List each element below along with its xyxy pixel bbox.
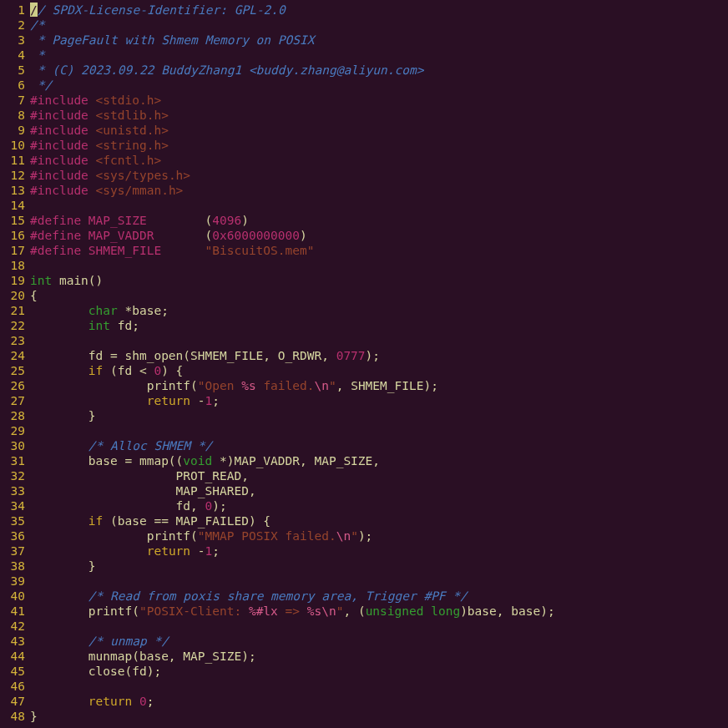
code-line[interactable]: 18 <box>0 258 728 273</box>
code-text[interactable]: /* Alloc SHMEM */ <box>30 438 728 453</box>
code-text[interactable]: #include <unistd.h> <box>30 123 728 138</box>
code-text[interactable]: #include <sys/mman.h> <box>30 183 728 198</box>
code-line[interactable]: 31 base = mmap((void *)MAP_VADDR, MAP_SI… <box>0 453 728 468</box>
code-text[interactable]: */ <box>30 78 728 93</box>
code-text[interactable]: int fd; <box>30 318 728 333</box>
code-text[interactable] <box>30 198 728 213</box>
code-line[interactable]: 43 /* unmap */ <box>0 634 728 649</box>
code-text[interactable] <box>30 679 728 694</box>
code-text[interactable]: char *base; <box>30 303 728 318</box>
code-line[interactable]: 48} <box>0 709 728 724</box>
code-line[interactable]: 23 <box>0 333 728 348</box>
code-text[interactable]: /* unmap */ <box>30 634 728 649</box>
code-text[interactable]: #include <sys/types.h> <box>30 168 728 183</box>
code-line[interactable]: 11#include <fcntl.h> <box>0 153 728 168</box>
code-text[interactable]: #define MAP_VADDR (0x6000000000) <box>30 228 728 243</box>
line-number: 23 <box>0 333 30 348</box>
code-text[interactable]: } <box>30 408 728 423</box>
code-line[interactable]: 39 <box>0 574 728 589</box>
code-line[interactable]: 5 * (C) 2023.09.22 BuddyZhang1 <buddy.zh… <box>0 63 728 78</box>
code-line[interactable]: 17#define SHMEM_FILE "BiscuitOS.mem" <box>0 243 728 258</box>
code-line[interactable]: 30 /* Alloc SHMEM */ <box>0 438 728 453</box>
code-line[interactable]: 7#include <stdio.h> <box>0 93 728 108</box>
code-line[interactable]: 2/* <box>0 18 728 33</box>
code-text[interactable]: #define SHMEM_FILE "BiscuitOS.mem" <box>30 243 728 258</box>
code-line[interactable]: 9#include <unistd.h> <box>0 123 728 138</box>
code-line[interactable]: 28 } <box>0 408 728 423</box>
code-text[interactable]: * PageFault with Shmem Memory on POSIX <box>30 33 728 48</box>
code-text[interactable]: fd, 0); <box>30 498 728 513</box>
code-line[interactable]: 34 fd, 0); <box>0 498 728 513</box>
code-text[interactable]: if (base == MAP_FAILED) { <box>30 513 728 528</box>
code-line[interactable]: 29 <box>0 423 728 438</box>
code-line[interactable]: 22 int fd; <box>0 318 728 333</box>
code-text[interactable]: // SPDX-License-Identifier: GPL-2.0 <box>30 3 728 18</box>
code-line[interactable]: 1// SPDX-License-Identifier: GPL-2.0 <box>0 3 728 18</box>
code-text[interactable]: int main() <box>30 273 728 288</box>
code-text[interactable]: * (C) 2023.09.22 BuddyZhang1 <buddy.zhan… <box>30 63 728 78</box>
code-text[interactable]: #include <fcntl.h> <box>30 153 728 168</box>
code-text[interactable]: #include <stdio.h> <box>30 93 728 108</box>
code-text[interactable]: return 0; <box>30 694 728 709</box>
code-line[interactable]: 45 close(fd); <box>0 664 728 679</box>
code-text[interactable]: #define MAP_SIZE (4096) <box>30 213 728 228</box>
code-line[interactable]: 24 fd = shm_open(SHMEM_FILE, O_RDWR, 077… <box>0 348 728 363</box>
code-line[interactable]: 13#include <sys/mman.h> <box>0 183 728 198</box>
token-plain: ; <box>212 544 220 558</box>
code-line[interactable]: 8#include <stdlib.h> <box>0 108 728 123</box>
code-text[interactable]: PROT_READ, <box>30 468 728 483</box>
code-line[interactable]: 38 } <box>0 559 728 574</box>
code-text[interactable] <box>30 619 728 634</box>
code-text[interactable]: } <box>30 709 728 724</box>
code-line[interactable]: 40 /* Read from poxis share memory area,… <box>0 589 728 604</box>
code-text[interactable]: printf("MMAP POSIX failed.\n"); <box>30 528 728 543</box>
code-line[interactable]: 44 munmap(base, MAP_SIZE); <box>0 649 728 664</box>
code-text[interactable]: } <box>30 559 728 574</box>
code-text[interactable]: MAP_SHARED, <box>30 483 728 498</box>
code-text[interactable] <box>30 258 728 273</box>
code-line[interactable]: 36 printf("MMAP POSIX failed.\n"); <box>0 528 728 543</box>
code-text[interactable]: close(fd); <box>30 664 728 679</box>
code-text[interactable] <box>30 333 728 348</box>
code-text[interactable]: #include <stdlib.h> <box>30 108 728 123</box>
code-text[interactable]: base = mmap((void *)MAP_VADDR, MAP_SIZE, <box>30 453 728 468</box>
code-text[interactable] <box>30 574 728 589</box>
code-text[interactable]: return -1; <box>30 393 728 408</box>
code-text[interactable]: { <box>30 288 728 303</box>
code-line[interactable]: 42 <box>0 619 728 634</box>
code-line[interactable]: 46 <box>0 679 728 694</box>
code-text[interactable] <box>30 423 728 438</box>
code-text[interactable]: munmap(base, MAP_SIZE); <box>30 649 728 664</box>
code-line[interactable]: 35 if (base == MAP_FAILED) { <box>0 513 728 528</box>
code-line[interactable]: 33 MAP_SHARED, <box>0 483 728 498</box>
code-text[interactable]: if (fd < 0) { <box>30 363 728 378</box>
code-text[interactable]: /* Read from poxis share memory area, Tr… <box>30 589 728 604</box>
code-line[interactable]: 27 return -1; <box>0 393 728 408</box>
code-text[interactable]: fd = shm_open(SHMEM_FILE, O_RDWR, 0777); <box>30 348 728 363</box>
code-line[interactable]: 32 PROT_READ, <box>0 468 728 483</box>
code-line[interactable]: 6 */ <box>0 78 728 93</box>
code-line[interactable]: 3 * PageFault with Shmem Memory on POSIX <box>0 33 728 48</box>
code-text[interactable]: #include <string.h> <box>30 138 728 153</box>
code-line[interactable]: 12#include <sys/types.h> <box>0 168 728 183</box>
code-text[interactable]: * <box>30 48 728 63</box>
code-line[interactable]: 20{ <box>0 288 728 303</box>
code-editor[interactable]: 1// SPDX-License-Identifier: GPL-2.02/*3… <box>0 0 728 724</box>
code-line[interactable]: 21 char *base; <box>0 303 728 318</box>
code-line[interactable]: 19int main() <box>0 273 728 288</box>
code-line[interactable]: 25 if (fd < 0) { <box>0 363 728 378</box>
code-line[interactable]: 10#include <string.h> <box>0 138 728 153</box>
code-line[interactable]: 15#define MAP_SIZE (4096) <box>0 213 728 228</box>
code-text[interactable]: printf("POSIX-Client: %#lx => %s\n", (un… <box>30 604 728 619</box>
code-text[interactable]: printf("Open %s failed.\n", SHMEM_FILE); <box>30 378 728 393</box>
code-text[interactable]: /* <box>30 18 728 33</box>
code-line[interactable]: 4 * <box>0 48 728 63</box>
code-text[interactable]: return -1; <box>30 543 728 559</box>
code-line[interactable]: 14 <box>0 198 728 213</box>
code-line[interactable]: 26 printf("Open %s failed.\n", SHMEM_FIL… <box>0 378 728 393</box>
code-line[interactable]: 41 printf("POSIX-Client: %#lx => %s\n", … <box>0 604 728 619</box>
code-line[interactable]: 37 return -1; <box>0 543 728 559</box>
token-plain: ( <box>205 214 213 227</box>
code-line[interactable]: 16#define MAP_VADDR (0x6000000000) <box>0 228 728 243</box>
code-line[interactable]: 47 return 0; <box>0 694 728 709</box>
